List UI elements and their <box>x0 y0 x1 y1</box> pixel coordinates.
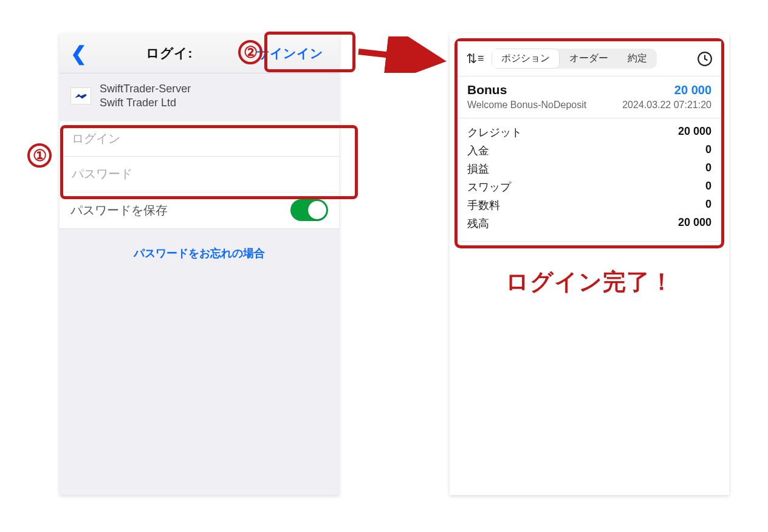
save-password-toggle[interactable] <box>290 199 328 221</box>
highlight-box-right: ⇅≡ ポジション オーダー 約定 Bonus 20 000 Welcome Bo… <box>454 38 724 248</box>
trade-screen: ⇅≡ ポジション オーダー 約定 Bonus 20 000 Welcome Bo… <box>450 33 729 495</box>
login-inputs: ログイン パスワード <box>60 121 339 192</box>
nav-title-wrap: ログイ: <box>146 44 192 63</box>
stat-credit-value: 20 000 <box>678 125 711 140</box>
server-company: Swift Trader Ltd <box>100 96 191 110</box>
stat-pl-value: 0 <box>705 162 711 176</box>
account-stats: クレジット20 000 入金0 損益0 スワップ0 手数料0 残高20 000 <box>458 118 721 242</box>
bonus-title: Bonus <box>467 83 507 97</box>
tab-positions[interactable]: ポジション <box>492 49 560 69</box>
stat-balance-value: 20 000 <box>678 216 711 231</box>
password-input[interactable]: パスワード <box>60 157 339 192</box>
tab-orders[interactable]: オーダー <box>560 49 618 69</box>
stat-deposit-value: 0 <box>705 143 711 158</box>
login-complete-text: ログイン完了！ <box>450 267 729 298</box>
tab-deals[interactable]: 約定 <box>618 49 657 69</box>
stat-deposit-label: 入金 <box>467 143 489 158</box>
server-row[interactable]: SwiftTrader-Server Swift Trader Ltd <box>60 73 339 119</box>
arrow-icon <box>355 36 453 73</box>
stat-pl-label: 損益 <box>467 162 489 176</box>
stat-balance-label: 残高 <box>467 216 489 231</box>
server-info: SwiftTrader-Server Swift Trader Ltd <box>100 82 191 111</box>
nav-title: ログイ: <box>146 44 192 63</box>
forgot-password-link[interactable]: パスワードをお忘れの場合 <box>60 229 339 278</box>
bonus-block: Bonus 20 000 Welcome Bonus-NoDeposit 202… <box>458 77 721 118</box>
callout-2: ② <box>238 40 262 64</box>
callout-1: ① <box>27 143 52 168</box>
stat-commission-value: 0 <box>705 198 711 213</box>
bonus-timestamp: 2024.03.22 07:21:20 <box>622 100 711 111</box>
login-input[interactable]: ログイン <box>60 121 339 157</box>
login-screen: ❮ ログイ: サインイン SwiftTrader-Server Swift Tr… <box>60 33 339 495</box>
stat-swap-label: スワップ <box>467 180 511 194</box>
stat-swap-value: 0 <box>705 180 711 194</box>
save-password-row: パスワードを保存 <box>60 193 339 229</box>
server-logo-icon <box>70 87 91 104</box>
server-name: SwiftTrader-Server <box>100 82 191 96</box>
history-clock-icon[interactable] <box>697 51 713 67</box>
stat-commission-label: 手数料 <box>467 198 500 213</box>
save-password-label: パスワードを保存 <box>70 202 168 219</box>
bonus-subtitle: Welcome Bonus-NoDeposit <box>467 100 586 111</box>
svg-line-1 <box>358 52 441 61</box>
stat-credit-label: クレジット <box>467 125 522 140</box>
tab-segment: ポジション オーダー 約定 <box>492 49 657 69</box>
bonus-amount: 20 000 <box>674 83 711 97</box>
back-chevron-icon[interactable]: ❮ <box>68 42 89 65</box>
trade-header: ⇅≡ ポジション オーダー 約定 <box>458 41 721 77</box>
sort-icon[interactable]: ⇅≡ <box>466 51 484 67</box>
nav-header: ❮ ログイ: サインイン <box>60 33 339 73</box>
